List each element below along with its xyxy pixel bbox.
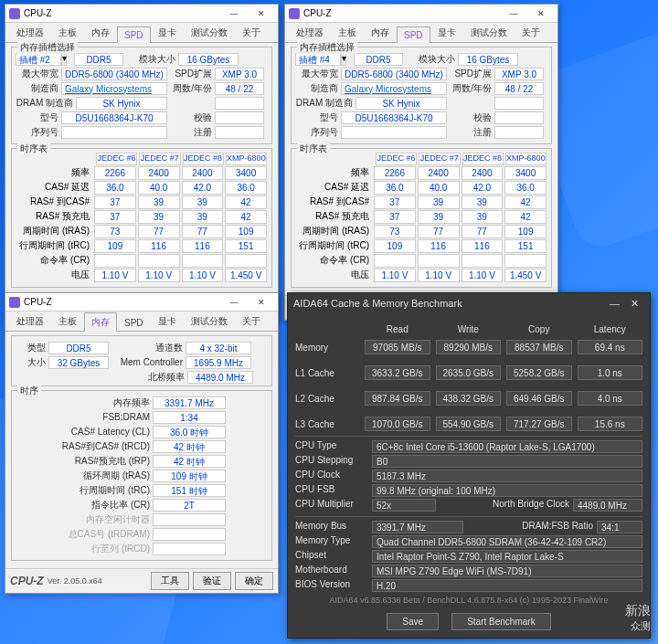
timing-row: 周期时间 (tRAS)737777109 bbox=[295, 225, 547, 238]
close-button[interactable]: ✕ bbox=[625, 298, 644, 310]
timing-group: 时序表 JEDEC #6JEDEC #7JEDEC #8XMP-6800频率22… bbox=[11, 148, 272, 288]
drammfr-label: DRAM 制造商 bbox=[16, 97, 76, 110]
timing-group: 时序表 JEDEC #6JEDEC #7JEDEC #8XMP-6800频率22… bbox=[291, 148, 552, 288]
tab-cpu[interactable]: 处理器 bbox=[9, 311, 51, 331]
rank bbox=[215, 97, 264, 110]
minimize-button[interactable]: — bbox=[501, 6, 526, 21]
app-icon bbox=[289, 8, 300, 19]
window-title: AIDA64 Cache & Memory Benchmark bbox=[293, 298, 604, 309]
cpuz-memory-window: CPU-Z —✕ 处理器 主板 内存 SPD 显卡 测试分数 关于 类型 DDR… bbox=[5, 292, 279, 594]
close-button[interactable]: ✕ bbox=[528, 6, 554, 21]
info-row: CPU Clock5187.3 MHz bbox=[295, 470, 642, 483]
drammfr: SK Hynix bbox=[76, 97, 167, 110]
ok-button[interactable]: 确定 bbox=[235, 572, 273, 590]
timing-row: 行周期时间 (tRC)109116116151 bbox=[295, 239, 547, 253]
model: D5U1668364J-K70 bbox=[61, 111, 167, 124]
mem-type: DDR5 bbox=[74, 53, 123, 66]
tab-graphics[interactable]: 显卡 bbox=[430, 23, 463, 42]
titlebar[interactable]: CPU-Z — ✕ bbox=[5, 5, 278, 23]
timing-row: 频率2266 MHz2400 MHz2400 MHz3400 MHz bbox=[16, 166, 268, 180]
watermark: 新浪 众测 bbox=[625, 603, 651, 633]
tab-mainboard[interactable]: 主板 bbox=[51, 23, 84, 42]
mod-size: 16 GBytes bbox=[178, 53, 239, 66]
mem-type: DDR5 bbox=[354, 53, 403, 66]
tab-cpu[interactable]: 处理器 bbox=[9, 23, 51, 42]
nb-freq: 4489.0 MHz bbox=[187, 371, 253, 384]
timing-row: CAS# 延迟36.040.042.036.0 bbox=[16, 181, 268, 195]
mfr-label: 制造商 bbox=[16, 82, 61, 95]
tab-about[interactable]: 关于 bbox=[235, 23, 268, 42]
tab-memory[interactable]: 内存 bbox=[84, 312, 117, 332]
minimize-button[interactable]: — bbox=[221, 295, 247, 310]
mem-size: 32 GBytes bbox=[48, 356, 109, 369]
week-label: 周数/年份 bbox=[167, 82, 215, 95]
bench-row: L2 Cache987.84 GB/s438.32 GB/s649.46 GB/… bbox=[295, 390, 642, 406]
mem-timing-row: 内存空闲计时器 bbox=[16, 512, 268, 526]
info-row: Memory TypeQuad Channel DDR5-6800 SDRAM … bbox=[295, 535, 642, 549]
cpu-multiplier-row: CPU Multiplier 52x North Bridge Clock 44… bbox=[295, 499, 642, 512]
timing-row: 电压1.10 V1.10 V1.10 V1.450 V bbox=[295, 269, 547, 282]
aida-window: AIDA64 Cache & Memory Benchmark — ✕ Read… bbox=[287, 292, 651, 639]
titlebar[interactable]: CPU-Z — ✕ bbox=[285, 5, 557, 23]
titlebar[interactable]: AIDA64 Cache & Memory Benchmark — ✕ bbox=[288, 293, 650, 313]
tab-memory[interactable]: 内存 bbox=[364, 23, 397, 42]
tabs: 处理器 主板 内存 SPD 显卡 测试分数 关于 bbox=[5, 23, 278, 43]
minimize-button[interactable]: — bbox=[604, 298, 625, 309]
bench-row: Memory97085 MB/s89290 MB/s88537 MB/s69.4… bbox=[295, 339, 642, 355]
general-group: 类型 DDR5 通道数 4 x 32-bit 大小 32 GBytes Mem … bbox=[11, 335, 272, 386]
mfr-link[interactable]: Galaxy Microsystems Ltd. bbox=[341, 82, 447, 95]
timing-col-header: JEDEC #8 bbox=[183, 153, 224, 165]
tab-graphics[interactable]: 显卡 bbox=[151, 23, 184, 42]
timing-col-header: XMP-6800 bbox=[226, 153, 267, 165]
timing-col-header: XMP-6800 bbox=[505, 153, 547, 165]
mem-timing-row: 内存频率3391.7 MHz bbox=[16, 396, 268, 409]
cpuz-logo: CPU-Z bbox=[10, 575, 44, 587]
tools-button[interactable]: 工具 bbox=[151, 572, 189, 590]
timing-row: 行周期时间 (tRC)109116116151 bbox=[16, 239, 268, 253]
week: 48 / 22 bbox=[215, 82, 264, 95]
slot-dropdown[interactable]: 插槽 #4 bbox=[295, 53, 341, 66]
bench-row: L3 Cache1070.0 GB/s554.90 GB/s717.27 GB/… bbox=[295, 416, 642, 432]
validate-button[interactable]: 验证 bbox=[193, 572, 231, 590]
timing-row: 周期时间 (tRAS)737777109 bbox=[16, 225, 268, 238]
mem-type: DDR5 bbox=[48, 342, 109, 354]
slot-select-group: 内存插槽选择 插槽 #4 ▾ DDR5 模块大小 16 GBytes 最大带宽 … bbox=[291, 47, 552, 144]
close-button[interactable]: ✕ bbox=[249, 6, 274, 21]
tab-bench[interactable]: 测试分数 bbox=[184, 311, 235, 331]
timing-row: 频率2266 MHz2400 MHz2400 MHz3400 MHz bbox=[295, 166, 547, 180]
mod-size-label: 模块大小 bbox=[403, 53, 458, 66]
save-button[interactable]: Save bbox=[387, 613, 439, 630]
tab-mainboard[interactable]: 主板 bbox=[51, 311, 84, 331]
tab-bench[interactable]: 测试分数 bbox=[463, 23, 515, 42]
tab-graphics[interactable]: 显卡 bbox=[151, 311, 184, 331]
serial bbox=[61, 126, 167, 139]
tab-cpu[interactable]: 处理器 bbox=[289, 23, 331, 42]
mfr-link[interactable]: Galaxy Microsystems Ltd. bbox=[61, 82, 167, 95]
tab-mainboard[interactable]: 主板 bbox=[331, 23, 364, 42]
minimize-button[interactable]: — bbox=[221, 6, 247, 21]
mem-timing-row: 总CAS号 (tRDRAM) bbox=[16, 527, 268, 541]
tab-memory[interactable]: 内存 bbox=[84, 23, 117, 42]
timing-row: RAS# 预充电37393942 bbox=[16, 210, 268, 224]
timing-row: 命令率 (CR) bbox=[295, 254, 547, 268]
mod-size: 16 GBytes bbox=[458, 53, 518, 66]
info-row: BIOS VersionH.20 bbox=[295, 579, 642, 593]
tab-spd[interactable]: SPD bbox=[397, 26, 430, 43]
tab-about[interactable]: 关于 bbox=[235, 311, 268, 331]
slot-dropdown[interactable]: 插槽 #2 bbox=[16, 53, 61, 66]
mem-timing-row: 循环周期 (tRAS)109 时钟 bbox=[16, 469, 268, 482]
timing-row: RAS# 预充电37393942 bbox=[295, 210, 547, 224]
timing-col-header: JEDEC #7 bbox=[139, 153, 180, 165]
tab-spd[interactable]: SPD bbox=[117, 26, 151, 43]
tab-bench[interactable]: 测试分数 bbox=[184, 23, 235, 42]
tab-spd[interactable]: SPD bbox=[117, 314, 151, 331]
bench-row: L1 Cache3633.2 GB/s2635.0 GB/s5258.2 GB/… bbox=[295, 364, 642, 381]
chevron-down-icon[interactable]: ▾ bbox=[341, 53, 346, 66]
close-button[interactable]: ✕ bbox=[249, 295, 274, 310]
mem-channels: 4 x 32-bit bbox=[186, 342, 251, 354]
tab-about[interactable]: 关于 bbox=[515, 23, 547, 42]
start-benchmark-button[interactable]: Start Benchmark bbox=[451, 613, 550, 630]
timing-col-header: JEDEC #8 bbox=[462, 153, 504, 165]
titlebar[interactable]: CPU-Z —✕ bbox=[5, 293, 278, 311]
chevron-down-icon[interactable]: ▾ bbox=[61, 53, 67, 66]
